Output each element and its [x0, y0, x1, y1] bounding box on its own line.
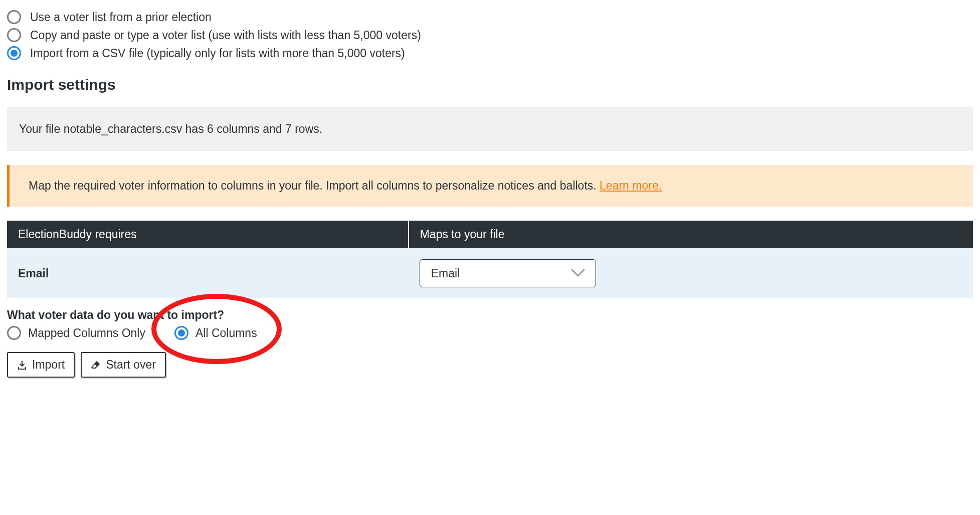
mapping-instruction-box: Map the required voter information to co…: [7, 165, 973, 207]
radio-label: Mapped Columns Only: [28, 326, 145, 340]
learn-more-link[interactable]: Learn more.: [600, 179, 662, 192]
radio-icon: [7, 10, 21, 24]
import-button-label: Import: [32, 358, 65, 372]
start-over-button-label: Start over: [106, 358, 156, 372]
voter-source-radio-group: Use a voter list from a prior election C…: [7, 10, 973, 60]
radio-label: Use a voter list from a prior election: [30, 11, 212, 24]
radio-icon: [7, 326, 21, 340]
required-field-label: Email: [7, 248, 409, 298]
file-info-text: Your file notable_characters.csv has 6 c…: [19, 122, 322, 135]
table-header-maps: Maps to your file: [409, 221, 973, 248]
import-settings-heading: Import settings: [7, 76, 973, 93]
radio-copy-paste[interactable]: Copy and paste or type a voter list (use…: [7, 28, 973, 42]
table-header-required: ElectionBuddy requires: [7, 221, 409, 248]
table-row: Email Email: [7, 248, 973, 298]
radio-label: Copy and paste or type a voter list (use…: [30, 29, 421, 42]
column-mapping-select[interactable]: Email: [420, 259, 596, 287]
radio-mapped-columns-only[interactable]: Mapped Columns Only: [7, 326, 145, 340]
radio-label: All Columns: [195, 326, 257, 340]
import-scope-question: What voter data do you want to import?: [7, 308, 973, 322]
mapping-instruction-text: Map the required voter information to co…: [29, 179, 600, 192]
column-mapping-table: ElectionBuddy requires Maps to your file…: [7, 221, 973, 298]
download-icon: [17, 360, 27, 370]
radio-icon: [7, 46, 21, 60]
start-over-button[interactable]: Start over: [81, 352, 166, 378]
radio-label: Import from a CSV file (typically only f…: [30, 47, 405, 60]
radio-prior-election[interactable]: Use a voter list from a prior election: [7, 10, 973, 24]
radio-import-csv[interactable]: Import from a CSV file (typically only f…: [7, 46, 973, 60]
file-info-box: Your file notable_characters.csv has 6 c…: [7, 107, 973, 151]
eraser-icon: [91, 360, 101, 370]
radio-icon: [7, 28, 21, 42]
radio-icon: [174, 326, 188, 340]
import-scope-options: Mapped Columns Only All Columns: [7, 326, 973, 340]
action-button-row: Import Start over: [7, 352, 973, 378]
radio-all-columns[interactable]: All Columns: [174, 326, 257, 340]
import-button[interactable]: Import: [7, 352, 75, 378]
